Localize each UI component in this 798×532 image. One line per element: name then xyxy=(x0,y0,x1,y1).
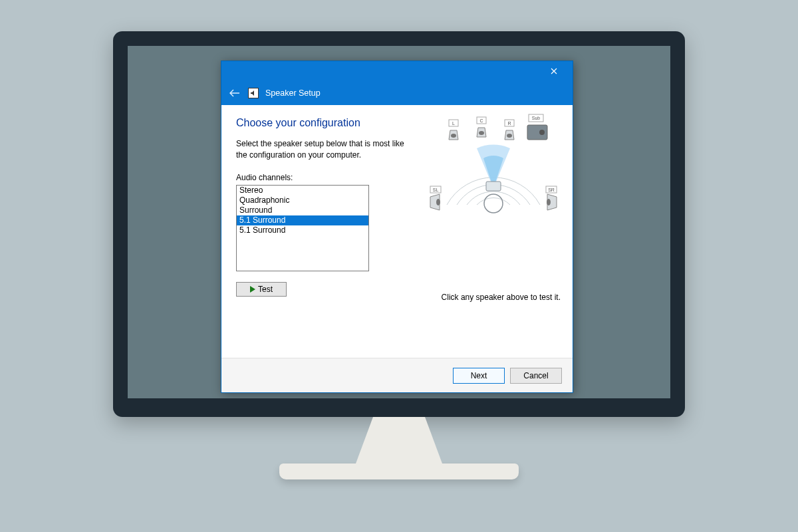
svg-point-14 xyxy=(539,130,545,135)
svg-text:Sub: Sub xyxy=(532,116,541,120)
svg-point-10 xyxy=(507,134,512,138)
svg-text:SR: SR xyxy=(548,188,555,192)
test-button[interactable]: Test xyxy=(236,282,287,297)
svg-text:L: L xyxy=(452,121,455,126)
svg-point-17 xyxy=(436,199,440,205)
monitor-bezel: Speaker Setup Choose your configuration … xyxy=(113,31,685,417)
channel-option[interactable]: Surround xyxy=(237,205,368,215)
speaker-SL[interactable]: SL xyxy=(430,186,441,210)
speaker-Sub[interactable]: Sub xyxy=(527,114,547,140)
next-button[interactable]: Next xyxy=(453,368,505,384)
monitor-illustration: Speaker Setup Choose your configuration … xyxy=(113,31,685,479)
titlebar xyxy=(221,61,573,81)
svg-point-7 xyxy=(479,131,484,135)
speaker-L[interactable]: L xyxy=(449,120,458,140)
close-button[interactable] xyxy=(539,63,569,80)
dialog-footer: Next Cancel xyxy=(221,358,573,392)
svg-rect-1 xyxy=(486,182,501,191)
speaker-layout-diagram: L C R xyxy=(424,112,563,245)
dialog-content: Choose your configuration Select the spe… xyxy=(221,105,573,358)
play-icon xyxy=(250,286,255,293)
monitor-base xyxy=(279,464,519,479)
channel-option[interactable]: Stereo xyxy=(237,186,368,196)
next-button-label: Next xyxy=(471,371,487,380)
svg-text:C: C xyxy=(479,118,483,123)
back-button[interactable] xyxy=(228,86,241,100)
titlebar-secondary: Speaker Setup xyxy=(221,81,573,105)
cancel-button[interactable]: Cancel xyxy=(510,368,562,384)
channel-option[interactable]: 5.1 Surround xyxy=(237,225,368,235)
cancel-button-label: Cancel xyxy=(523,371,548,380)
channel-option[interactable]: Quadraphonic xyxy=(237,196,368,205)
svg-text:SL: SL xyxy=(433,188,439,192)
speaker-C[interactable]: C xyxy=(477,117,486,137)
back-arrow-icon xyxy=(229,89,240,97)
page-instruction: Select the speaker setup below that is m… xyxy=(236,138,409,161)
test-button-label: Test xyxy=(258,285,273,294)
svg-text:R: R xyxy=(507,121,511,126)
speaker-R[interactable]: R xyxy=(505,120,514,140)
audio-channels-listbox[interactable]: StereoQuadraphonicSurround5.1 Surround5.… xyxy=(236,185,369,271)
speaker-setup-dialog: Speaker Setup Choose your configuration … xyxy=(221,61,573,393)
svg-point-20 xyxy=(547,199,551,205)
monitor-screen: Speaker Setup Choose your configuration … xyxy=(128,46,670,398)
dialog-title: Speaker Setup xyxy=(265,88,321,98)
monitor-neck xyxy=(356,417,442,464)
close-icon xyxy=(551,68,557,74)
test-hint: Click any speaker above to test it. xyxy=(442,293,561,302)
svg-point-0 xyxy=(484,194,503,213)
channel-option[interactable]: 5.1 Surround xyxy=(237,215,368,225)
speaker-SR[interactable]: SR xyxy=(546,186,557,210)
svg-point-4 xyxy=(451,134,456,138)
speaker-app-icon xyxy=(248,88,259,98)
